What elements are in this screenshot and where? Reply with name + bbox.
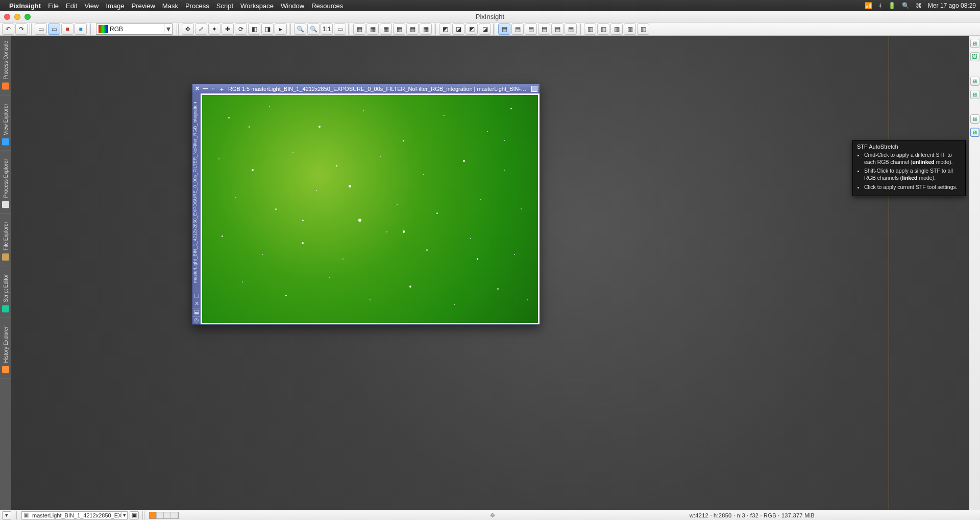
left-tab-history-explorer[interactable]: History Explorer: [0, 321, 11, 379]
image-window-icon[interactable]: [531, 86, 537, 92]
grid-5-button[interactable]: ▦: [406, 23, 419, 35]
menu-edit[interactable]: Edit: [66, 2, 77, 10]
readout-a-button[interactable]: ▥: [584, 23, 596, 35]
menu-image[interactable]: Image: [106, 2, 124, 10]
readout-d-button[interactable]: ▥: [624, 23, 636, 35]
window-mode-a-button[interactable]: ▭: [35, 23, 47, 35]
left-tab-file-explorer[interactable]: File Explorer: [0, 217, 11, 266]
left-tab-process-console[interactable]: Process Console: [0, 36, 11, 96]
fit-tool-button[interactable]: ⤢: [195, 23, 207, 35]
pointer-tool-button[interactable]: ▸: [275, 23, 287, 35]
left-tab-script-editor[interactable]: Script Editor: [0, 269, 11, 318]
zoom-1to1-button[interactable]: 1:1: [321, 23, 333, 35]
grid-3-button[interactable]: ▦: [380, 23, 392, 35]
flip-h-button[interactable]: ◧: [248, 23, 260, 35]
status-menu-button[interactable]: ▾: [2, 511, 11, 519]
hist-a-button[interactable]: ◩: [439, 23, 451, 35]
control-center-icon[interactable]: ⌘: [916, 2, 922, 9]
redo-button[interactable]: ↷: [15, 23, 28, 35]
star: [336, 165, 337, 167]
workspace-swatch-2[interactable]: [164, 512, 171, 518]
wifi-icon[interactable]: 📶: [865, 2, 872, 9]
image-canvas[interactable]: [202, 95, 538, 323]
right-panel-button-2[interactable]: 🖥: [970, 77, 979, 86]
right-panel-button-3[interactable]: 🖥: [970, 90, 979, 99]
grid-6-button[interactable]: ▦: [420, 23, 432, 35]
menu-script[interactable]: Script: [216, 2, 233, 10]
view-selector[interactable]: ▣ masterLight_BIN_1_4212x2850_EXPOS ▾: [21, 511, 128, 519]
image-side-tool-3[interactable]: ◎: [192, 316, 201, 324]
menu-view[interactable]: View: [84, 2, 99, 10]
tab-label: Process Console: [3, 41, 9, 80]
channel-selector[interactable]: RGB ▾: [96, 23, 173, 35]
menu-process[interactable]: Process: [185, 2, 209, 10]
stf-d-button[interactable]: ▤: [538, 23, 550, 35]
readout-c-button[interactable]: ▥: [610, 23, 623, 35]
left-tab-process-explorer[interactable]: Process Explorer: [0, 154, 11, 214]
window-mode-b-button[interactable]: ▭: [48, 23, 60, 35]
star: [444, 115, 445, 116]
left-tab-view-explorer[interactable]: View Explorer: [0, 99, 11, 151]
image-side-tool-0[interactable]: ▢: [192, 292, 201, 300]
rotate-tool-button[interactable]: ⟳: [235, 23, 247, 35]
star: [527, 299, 528, 300]
stf-a-button[interactable]: ▤: [498, 23, 510, 35]
zoom-in-button[interactable]: 🔍: [294, 23, 306, 35]
menu-workspace[interactable]: Workspace: [240, 2, 274, 10]
star: [463, 160, 465, 162]
image-window-close-button[interactable]: ✕: [194, 85, 200, 93]
stf-f-button[interactable]: ▤: [565, 23, 577, 35]
image-window-restore-button[interactable]: ▫: [211, 85, 216, 93]
chevron-down-icon[interactable]: ▾: [164, 24, 172, 34]
search-icon[interactable]: 🔍: [902, 2, 910, 9]
view-pin-button[interactable]: ▣: [130, 511, 139, 519]
zoom-out-button[interactable]: 🔍: [307, 23, 320, 35]
right-panel-button-4[interactable]: 🖥: [970, 114, 979, 124]
image-side-tool-2[interactable]: ⬓: [192, 308, 201, 316]
grid-1-button[interactable]: ▦: [353, 23, 365, 35]
menu-resources[interactable]: Resources: [311, 2, 343, 10]
hist-b-button[interactable]: ◪: [452, 23, 464, 35]
stf-e-button[interactable]: ▤: [551, 23, 564, 35]
flip-v-button[interactable]: ◨: [261, 23, 274, 35]
readout-b-button[interactable]: ▥: [597, 23, 609, 35]
workspace-swatch-1[interactable]: [157, 512, 164, 518]
workspace-swatches[interactable]: [149, 512, 179, 519]
image-side-tool-1[interactable]: ✕: [192, 300, 201, 308]
menu-mask[interactable]: Mask: [162, 2, 178, 10]
macos-menubar: PixInsight FileEditViewImagePreviewMaskP…: [0, 0, 980, 11]
right-panel-button-5[interactable]: 🖥: [970, 128, 979, 137]
stf-c-button[interactable]: ▤: [525, 23, 537, 35]
battery-icon[interactable]: 🔋: [888, 2, 896, 9]
image-window-minimize-button[interactable]: —: [203, 85, 208, 93]
workspace-canvas[interactable]: ✕ — ▫ ＋ RGB 1:5 masterLight_BIN_1_4212x2…: [11, 36, 969, 510]
right-panel-button-0[interactable]: 🖥: [970, 39, 979, 48]
stf-b-button[interactable]: ▤: [511, 23, 524, 35]
image-window-titlebar[interactable]: ✕ — ▫ ＋ RGB 1:5 masterLight_BIN_1_4212x2…: [192, 84, 540, 93]
move-tool-button[interactable]: ✚: [222, 23, 234, 35]
grid-2-button[interactable]: ▦: [366, 23, 379, 35]
menu-file[interactable]: File: [48, 2, 59, 10]
bluetooth-icon[interactable]: ᚼ: [878, 2, 882, 9]
star: [252, 169, 254, 171]
swatch-b-button[interactable]: ■: [75, 23, 87, 35]
hist-d-button[interactable]: ◪: [479, 23, 491, 35]
pan-tool-button[interactable]: ✥: [182, 23, 194, 35]
zoom-fit-button[interactable]: ▭: [334, 23, 346, 35]
swatch-a-button[interactable]: ■: [61, 23, 74, 35]
menu-window[interactable]: Window: [281, 2, 304, 10]
app-name[interactable]: PixInsight: [9, 2, 41, 10]
chevron-down-icon[interactable]: ▾: [121, 512, 127, 518]
menu-preview[interactable]: Preview: [132, 2, 155, 10]
clock[interactable]: Mer 17 ago 08:29: [928, 2, 976, 9]
hist-c-button[interactable]: ◩: [465, 23, 478, 35]
workspace-swatch-0[interactable]: [150, 512, 157, 518]
workspace-swatch-3[interactable]: [171, 512, 178, 518]
image-window-maximize-button[interactable]: ＋: [219, 85, 224, 93]
center-tool-button[interactable]: ✦: [208, 23, 220, 35]
grid-4-button[interactable]: ▦: [393, 23, 405, 35]
readout-e-button[interactable]: ▥: [637, 23, 649, 35]
image-window[interactable]: ✕ — ▫ ＋ RGB 1:5 masterLight_BIN_1_4212x2…: [192, 84, 540, 325]
right-panel-button-1[interactable]: 🖼: [970, 52, 979, 61]
undo-button[interactable]: ↶: [2, 23, 14, 35]
